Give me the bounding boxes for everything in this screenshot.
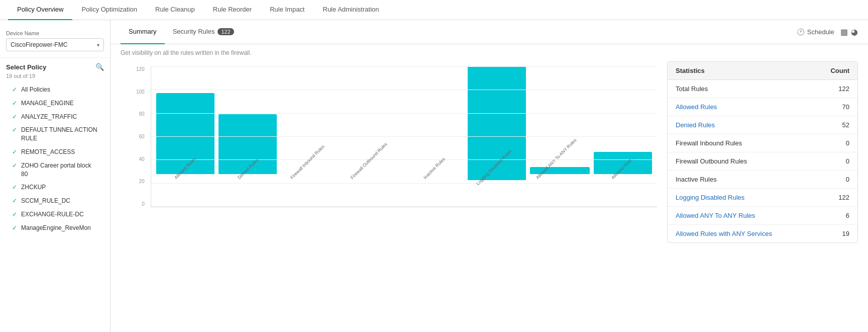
stats-value: 122 [819, 194, 849, 201]
policy-name: ANALYZE_TRAFFIC [21, 113, 77, 121]
stats-name: Firewall Outbound Rules [676, 157, 819, 165]
schedule-label: Schedule [807, 28, 834, 36]
check-icon: ✓ [12, 197, 17, 204]
bar-chart-icon[interactable]: ▩ [840, 27, 848, 37]
nav-item-rule-impact[interactable]: Rule Impact [261, 0, 313, 20]
list-item[interactable]: ✓ ManageEngine_ReveMon [6, 221, 104, 235]
pie-chart-icon[interactable]: ◕ [851, 27, 858, 37]
bar-label: Firewall Inbound Rules [289, 144, 343, 198]
y-axis-label: 0 [142, 201, 145, 207]
count-col-header: Count [819, 67, 849, 74]
sidebar: Device Name CiscoFirepower-FMC ▾ Select … [0, 20, 111, 332]
stats-row: Firewall Inbound Rules 0 [668, 134, 857, 152]
tab-summary[interactable]: Summary [121, 20, 165, 44]
bar-item: Inactive Rules [405, 66, 464, 207]
stats-row[interactable]: Logging Disabled Rules 122 [668, 189, 857, 207]
stats-row[interactable]: Allowed ANY To ANY Rules 6 [668, 207, 857, 225]
policy-name: ManageEngine_ReveMon [21, 224, 91, 232]
y-axis-label: 100 [136, 89, 145, 95]
stats-name[interactable]: Allowed ANY To ANY Rules [676, 212, 819, 219]
stats-name: Total Rules [676, 85, 819, 93]
stats-value: 6 [819, 212, 849, 219]
stats-name: Firewall Inbound Rules [676, 139, 819, 147]
bar-label: Allowed ANY To ANY Rules [535, 138, 595, 198]
stats-name[interactable]: Logging Disabled Rules [676, 194, 819, 201]
bar-item: Allowed Rules [156, 66, 214, 207]
stats-row[interactable]: Allowed Rules 70 [668, 98, 857, 116]
y-axis-label: 20 [139, 179, 145, 184]
stats-name[interactable]: Allowed Rules [676, 103, 819, 111]
y-axis: 120100806040200 [136, 66, 147, 207]
bar-item: Firewall Inbound Rules [281, 66, 339, 207]
stats-header: Statistics Count [668, 62, 857, 80]
schedule-button[interactable]: 🕐 Schedule [797, 28, 834, 36]
device-select-text: CiscoFirepower-FMC [11, 41, 67, 48]
device-select[interactable]: CiscoFirepower-FMC ▾ [6, 38, 104, 51]
check-icon: ✓ [12, 184, 17, 191]
search-icon[interactable]: 🔍 [95, 63, 104, 71]
bar-item: Denied Rules [219, 66, 277, 207]
nav-item-policy-optimization[interactable]: Policy Optimization [72, 0, 146, 20]
policy-name: ZOHO Career portal block 80 [21, 161, 98, 179]
list-item[interactable]: ✓ ANALYZE_TRAFFIC [6, 110, 104, 124]
list-item[interactable]: ✓ REMOTE_ACCESS [6, 145, 104, 159]
stats-row: Firewall Outbound Rules 0 [668, 152, 857, 171]
content-area: SummarySecurity Rules122 🕐 Schedule ▩ ◕ … [111, 20, 868, 332]
nav-item-rule-reorder[interactable]: Rule Reorder [204, 0, 261, 20]
bars-group: Allowed RulesDenied RulesFirewall Inboun… [151, 66, 657, 207]
check-icon: ✓ [12, 86, 17, 93]
policy-section: Select Policy 🔍 19 out of 19 ✓ All Polic… [0, 58, 110, 240]
list-item[interactable]: ✓ EXCHANGE-RULE-DC [6, 208, 104, 221]
list-item[interactable]: ✓ SCCM_RULE_DC [6, 194, 104, 208]
policy-list: ✓ All Policies✓ MANAGE_ENGINE✓ ANALYZE_T… [6, 83, 104, 235]
check-icon: ✓ [12, 148, 17, 155]
tab-label: Summary [129, 28, 157, 35]
check-icon: ✓ [12, 224, 17, 231]
stats-value: 0 [819, 157, 849, 165]
bar-item: Logging Disabled Rules [468, 66, 526, 207]
bar-label: Firewall Outbound Rules [350, 141, 406, 198]
list-item[interactable]: ✓ All Policies [6, 83, 104, 97]
policy-name: All Policies [21, 86, 50, 94]
stats-name[interactable]: Denied Rules [676, 121, 819, 129]
nav-item-rule-cleanup[interactable]: Rule Cleanup [146, 0, 204, 20]
device-label: Device Name [6, 30, 104, 36]
stats-row: Total Rules 122 [668, 80, 857, 98]
policy-header: Select Policy 🔍 [6, 63, 104, 71]
bar-item: Allowed ANY To ANY Rules [530, 66, 590, 207]
stats-value: 122 [819, 85, 849, 93]
stats-row[interactable]: Allowed Rules with ANY Services 19 [668, 225, 857, 242]
policy-label: Select Policy [6, 63, 46, 71]
stats-row[interactable]: Denied Rules 52 [668, 116, 857, 134]
nav-item-policy-overview[interactable]: Policy Overview [8, 0, 72, 20]
y-axis-label: 60 [139, 134, 145, 139]
stats-col-header: Statistics [676, 67, 819, 74]
stats-value: 0 [819, 139, 849, 147]
stats-name: Inactive Rules [676, 176, 819, 183]
stats-panel: Statistics Count Total Rules 122Allowed … [667, 61, 858, 243]
list-item[interactable]: ✓ ZHCKUP [6, 181, 104, 194]
stats-row: Inactive Rules 0 [668, 171, 857, 189]
chart-icons: ▩ ◕ [840, 27, 858, 37]
policy-name: DEFAULT TUNNEL ACTION RULE [21, 126, 98, 143]
policy-name: REMOTE_ACCESS [21, 148, 75, 156]
check-icon: ✓ [12, 100, 17, 107]
chevron-down-icon: ▾ [97, 42, 99, 48]
list-item[interactable]: ✓ MANAGE_ENGINE [6, 97, 104, 110]
list-item[interactable]: ✓ ZOHO Career portal block 80 [6, 159, 104, 181]
list-item[interactable]: ✓ DEFAULT TUNNEL ACTION RULE [6, 123, 104, 145]
check-icon: ✓ [12, 126, 17, 133]
nav-item-rule-administration[interactable]: Rule Administration [314, 0, 388, 20]
chart-area: 120100806040200 Allowed RulesDenied Rule… [121, 61, 657, 322]
tab-badge: 122 [218, 28, 234, 35]
tabs-bar: SummarySecurity Rules122 🕐 Schedule ▩ ◕ [111, 20, 868, 44]
bar-item: Allowed Rule... [594, 66, 652, 207]
stats-name[interactable]: Allowed Rules with ANY Services [676, 230, 819, 237]
check-icon: ✓ [12, 162, 17, 169]
policy-name: MANAGE_ENGINE [21, 99, 74, 108]
clock-icon: 🕐 [797, 28, 805, 36]
tabs-left: SummarySecurity Rules122 [121, 20, 242, 44]
y-axis-label: 120 [136, 66, 145, 72]
tab-security-rules[interactable]: Security Rules122 [165, 20, 242, 44]
y-axis-label: 80 [139, 111, 145, 117]
